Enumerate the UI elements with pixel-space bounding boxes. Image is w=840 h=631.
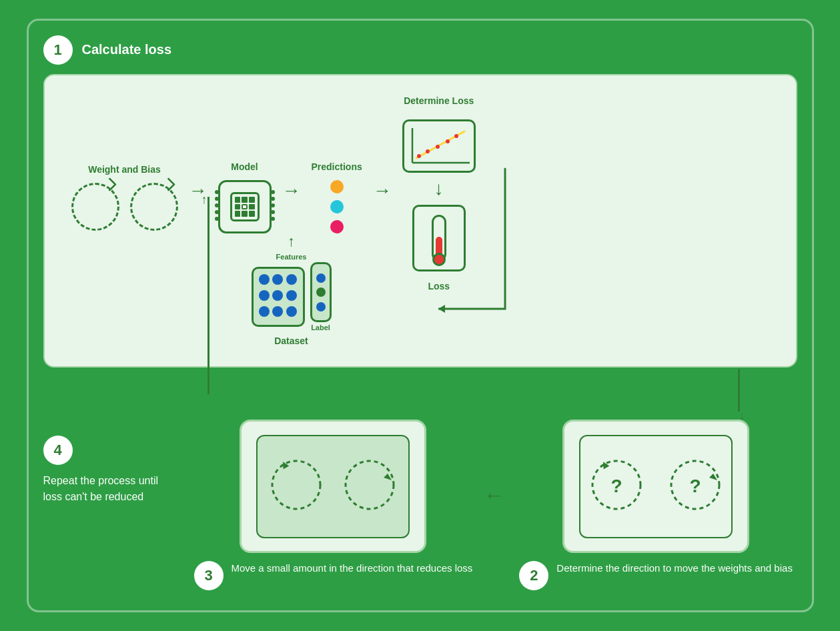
- chip-inner: [230, 192, 260, 221]
- step4-text: Repeat the process until loss can't be r…: [43, 473, 177, 505]
- main-container: 1 Calculate loss Weight and Bias → Model: [27, 19, 814, 612]
- step3-inner: [256, 435, 410, 538]
- v-connector-line: [738, 369, 740, 412]
- model-label: Model: [231, 161, 258, 172]
- dataset-grid-box: [252, 267, 305, 327]
- svg-point-9: [272, 461, 320, 509]
- svg-point-4: [426, 149, 430, 153]
- step3-label-text: Move a small amount in the direction tha…: [232, 561, 473, 576]
- step2-label-text: Determine the direction to move the weig…: [556, 561, 793, 576]
- step3-label-row: 3 Move a small amount in the direction t…: [194, 561, 473, 590]
- model-item: Model: [218, 161, 272, 233]
- left-connector-line: [207, 197, 209, 394]
- dataset-label: Dataset: [274, 336, 308, 346]
- step2-circle-1: ?: [586, 455, 647, 518]
- step3-col: 3 Move a small amount in the direction t…: [194, 420, 473, 590]
- svg-marker-8: [438, 305, 445, 313]
- loss-chart-svg: [404, 121, 474, 171]
- step3-circle-1: [266, 455, 326, 518]
- dataset-row: Label: [252, 262, 332, 332]
- weight-bias-label: Weight and Bias: [88, 164, 161, 175]
- pred-dot-pink: [330, 220, 344, 233]
- step1-badge: 1: [43, 35, 73, 65]
- chip-box: [218, 180, 272, 233]
- thermo-box: [412, 205, 466, 271]
- thermo: [432, 215, 446, 261]
- up-arrow-to-model: ↑: [288, 233, 295, 250]
- svg-point-7: [454, 134, 458, 138]
- svg-point-5: [436, 145, 440, 149]
- step3-card: [240, 420, 426, 553]
- svg-point-6: [446, 139, 450, 143]
- predictions-item: Predictions: [312, 161, 362, 233]
- determine-loss-label: Determine Loss: [404, 95, 474, 106]
- predictions-label: Predictions: [312, 161, 362, 172]
- step1-label: Calculate loss: [82, 42, 172, 57]
- step2-label-row: 2 Determine the direction to move the we…: [519, 561, 793, 590]
- weight-bias-pair: [71, 183, 178, 231]
- arrow-3: →: [373, 180, 392, 201]
- dataset-section: ↑ Features: [252, 233, 332, 346]
- step2-col: ? ? 2 Determine the direction to move th: [519, 420, 793, 590]
- features-label: Features: [276, 253, 307, 261]
- pred-dot-yellow: [330, 180, 344, 193]
- loss-chart-box: [402, 119, 476, 173]
- determine-loss-item: Determine Loss: [402, 95, 476, 299]
- left-connector-arrow: ↑: [201, 193, 207, 207]
- predictions-col: [330, 180, 344, 233]
- bias-circle: [130, 183, 178, 231]
- arrow-step2-to-step3: ←: [483, 483, 504, 508]
- step2-badge: 2: [519, 561, 548, 590]
- step4-area: 4 Repeat the process until loss can't be…: [43, 420, 177, 505]
- label-col-box: [310, 262, 332, 322]
- step2-inner: ? ?: [579, 435, 733, 538]
- flow-row: Weight and Bias → Model →: [45, 75, 796, 299]
- step3-badge: 3: [194, 561, 224, 590]
- step4-badge: 4: [43, 436, 73, 465]
- down-arrow-loss: ↓: [434, 178, 444, 199]
- svg-point-3: [417, 154, 421, 158]
- arrow-2: →: [282, 180, 301, 201]
- weight-circle: [71, 183, 119, 231]
- bottom-row: 4 Repeat the process until loss can't be…: [43, 420, 797, 590]
- step3-circle-2: [340, 455, 400, 518]
- svg-point-11: [346, 461, 394, 509]
- label-text: Label: [311, 324, 330, 332]
- step2-card: ? ?: [562, 420, 749, 553]
- step2-circle-2: ?: [665, 455, 725, 518]
- thermo-bulb: [432, 253, 446, 266]
- weight-bias-item: Weight and Bias: [71, 164, 178, 231]
- pred-dot-teal: [330, 200, 344, 213]
- loss-label: Loss: [428, 281, 450, 291]
- top-card: Weight and Bias → Model →: [43, 74, 797, 368]
